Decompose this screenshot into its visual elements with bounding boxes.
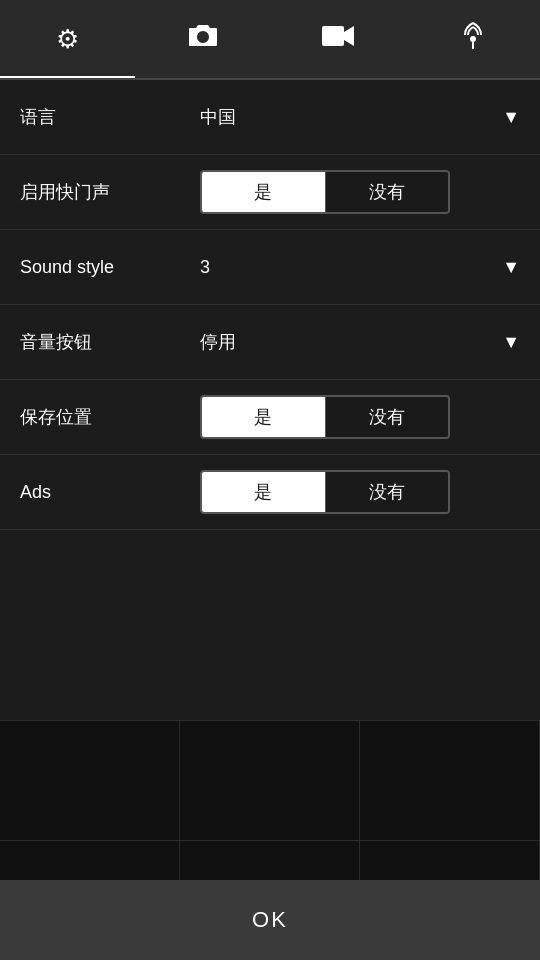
settings-icon: ⚙	[56, 24, 79, 55]
ok-button[interactable]: OK	[0, 880, 540, 960]
save-location-no-btn[interactable]: 没有	[325, 397, 449, 437]
language-arrow-icon: ▼	[502, 107, 520, 128]
language-control[interactable]: 中国 ▼	[200, 105, 520, 129]
remote-icon	[459, 21, 487, 58]
sound-style-value: 3	[200, 257, 210, 278]
sound-style-control[interactable]: 3 ▼	[200, 257, 520, 278]
svg-point-2	[470, 36, 476, 42]
ads-row: Ads 是 没有	[0, 455, 540, 530]
volume-button-arrow-icon: ▼	[502, 332, 520, 353]
tab-camera[interactable]	[135, 0, 270, 78]
language-row: 语言 中国 ▼	[0, 80, 540, 155]
sound-style-arrow-icon: ▼	[502, 257, 520, 278]
volume-button-value: 停用	[200, 330, 236, 354]
tab-video[interactable]	[270, 0, 405, 78]
save-location-yes-btn[interactable]: 是	[202, 397, 325, 437]
volume-button-control[interactable]: 停用 ▼	[200, 330, 520, 354]
volume-button-dropdown[interactable]: 停用 ▼	[200, 330, 520, 354]
video-icon	[321, 24, 355, 55]
svg-rect-0	[322, 26, 344, 46]
tab-settings[interactable]: ⚙	[0, 0, 135, 78]
ads-yes-btn[interactable]: 是	[202, 472, 325, 512]
ads-no-btn[interactable]: 没有	[325, 472, 449, 512]
ads-label: Ads	[20, 482, 200, 503]
tab-remote[interactable]	[405, 0, 540, 78]
language-label: 语言	[20, 105, 200, 129]
save-location-control: 是 没有	[200, 395, 520, 439]
volume-button-row: 音量按钮 停用 ▼	[0, 305, 540, 380]
shutter-sound-control: 是 没有	[200, 170, 520, 214]
shutter-sound-toggle: 是 没有	[200, 170, 450, 214]
settings-panel: 语言 中国 ▼ 启用快门声 是 没有 Sound style 3 ▼ 音量按	[0, 80, 540, 720]
save-location-toggle: 是 没有	[200, 395, 450, 439]
grid-cell-2	[180, 721, 360, 841]
tab-bar: ⚙	[0, 0, 540, 80]
sound-style-dropdown[interactable]: 3 ▼	[200, 257, 520, 278]
ads-toggle: 是 没有	[200, 470, 450, 514]
camera-icon	[188, 23, 218, 56]
save-location-row: 保存位置 是 没有	[0, 380, 540, 455]
shutter-sound-yes-btn[interactable]: 是	[202, 172, 325, 212]
save-location-label: 保存位置	[20, 405, 200, 429]
svg-marker-1	[344, 26, 354, 46]
language-value: 中国	[200, 105, 236, 129]
shutter-sound-no-btn[interactable]: 没有	[325, 172, 449, 212]
shutter-sound-row: 启用快门声 是 没有	[0, 155, 540, 230]
grid-cell-1	[0, 721, 180, 841]
sound-style-row: Sound style 3 ▼	[0, 230, 540, 305]
ok-label: OK	[252, 907, 288, 933]
volume-button-label: 音量按钮	[20, 330, 200, 354]
sound-style-label: Sound style	[20, 257, 200, 278]
grid-cell-3	[360, 721, 540, 841]
shutter-sound-label: 启用快门声	[20, 180, 200, 204]
ads-control: 是 没有	[200, 470, 520, 514]
language-dropdown[interactable]: 中国 ▼	[200, 105, 520, 129]
